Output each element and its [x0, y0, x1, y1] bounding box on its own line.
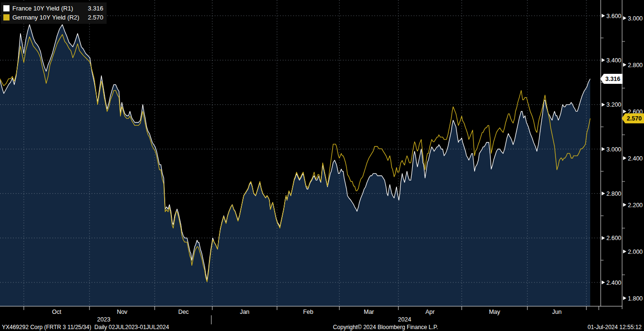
y-tick-label: 2.400	[606, 280, 621, 286]
legend-item-germany[interactable]: Germany 10Y Yield (R2) 2.570	[3, 13, 103, 22]
x-month-label: Nov	[117, 309, 128, 315]
y-tick-label: 3.400	[606, 57, 621, 64]
y-axis-r2[interactable]: 3.0002.8002.6002.4002.2002.0001.800	[622, 15, 643, 302]
x-month-label: Jan	[240, 309, 249, 315]
germany-series-swatch-icon	[3, 14, 10, 20]
timestamp: 01-Jul-2024 12:55:12	[588, 324, 642, 331]
y-axis-r1[interactable]: 3.6003.4003.2003.0002.8002.6002.400	[601, 13, 621, 286]
y-tick-label: 3.000	[606, 146, 621, 153]
y-tick-label: 3.000	[628, 15, 643, 22]
x-month-label: Feb	[303, 309, 314, 315]
y-tick-label: 3.200	[606, 101, 621, 108]
legend-label: France 10Y Yield (R1)	[12, 5, 73, 12]
y-tick-label: 2.400	[628, 155, 643, 162]
y-tick-label: 2.800	[628, 62, 643, 69]
x-axis[interactable]: OctNovDecJanFebMarAprMayJun20232024	[24, 306, 599, 324]
y-tick-label: 2.200	[628, 202, 643, 209]
y-tick-label: 2.000	[628, 249, 643, 255]
y-tick-label: 2.600	[606, 235, 621, 241]
last-price-badge-r2: 2.570	[622, 113, 644, 123]
x-year-label: 2023	[97, 316, 110, 323]
legend-last-value: 3.316	[84, 5, 103, 12]
legend-item-france[interactable]: France 10Y Yield (R1) 3.316	[3, 4, 103, 13]
last-price-badge-r1: 3.316	[600, 74, 623, 84]
area-fill	[0, 25, 590, 306]
x-month-label: Dec	[178, 309, 188, 315]
x-year-label: 2024	[398, 316, 411, 323]
x-month-label: Mar	[364, 309, 374, 315]
y-tick-label: 2.800	[606, 191, 621, 197]
legend-label: Germany 10Y Yield (R2)	[12, 14, 79, 21]
x-month-label: May	[489, 309, 500, 315]
security-description: YX469292 Corp (FRTR 3 11/25/34) Daily 02…	[2, 324, 169, 331]
y-tick-label: 1.800	[628, 295, 643, 302]
copyright-notice: Copyright© 2024 Bloomberg Finance L.P.	[333, 324, 438, 331]
legend-last-value: 2.570	[84, 14, 103, 21]
x-month-label: Oct	[52, 309, 61, 315]
legend: France 10Y Yield (R1) 3.316 Germany 10Y …	[1, 2, 107, 24]
y-tick-label: 3.600	[606, 13, 621, 20]
x-month-label: Jun	[552, 309, 562, 315]
status-bar: YX469292 Corp (FRTR 3 11/25/34) Daily 02…	[0, 323, 644, 331]
plot-area[interactable]: 3.6003.4003.2003.0002.8002.6002.4003.000…	[0, 0, 644, 331]
france-series-swatch-icon	[3, 5, 10, 11]
x-month-label: Apr	[426, 309, 435, 315]
bloomberg-yield-chart: 3.6003.4003.2003.0002.8002.6002.4003.000…	[0, 0, 644, 331]
